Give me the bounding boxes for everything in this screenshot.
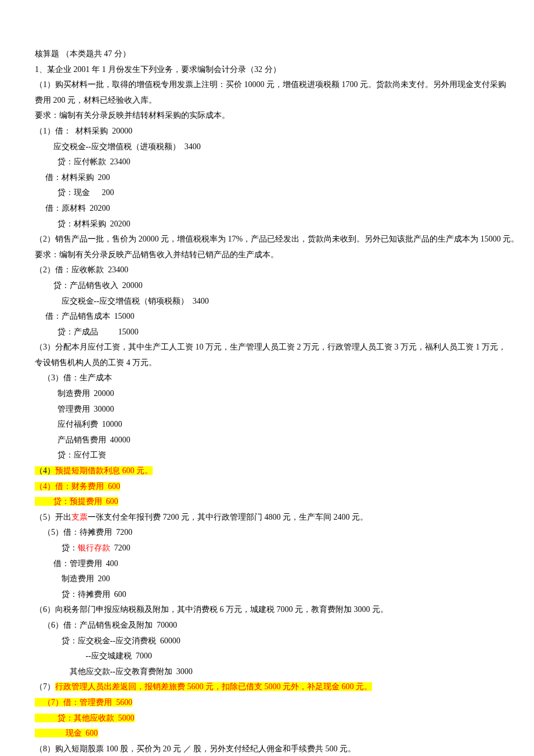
text-segment: 应交税金--应交增值税（进项税额） 3400 bbox=[35, 142, 201, 151]
text-line: 其他应交款--应交教育费附加 3000 bbox=[35, 664, 499, 680]
text-segment: （2）销售产品一批，售价为 20000 元，增值税税率为 17%，产品已经发出，… bbox=[35, 235, 519, 243]
text-segment: （1）借： 材料采购 20000 bbox=[35, 127, 132, 135]
text-segment: 产品销售费用 40000 bbox=[35, 435, 131, 444]
text-segment: 贷：待摊费用 600 bbox=[35, 590, 127, 599]
text-line: 贷：银行存款 7200 bbox=[35, 541, 499, 556]
text-segment: 支票 bbox=[71, 513, 88, 521]
text-line: 制造费用 200 bbox=[35, 571, 499, 587]
text-segment: 贷：现金 200 bbox=[35, 188, 114, 197]
text-segment: 应交税金--应交增值税（销项税额） 3400 bbox=[35, 297, 209, 305]
text-line: 借：产品销售成本 15000 bbox=[35, 309, 499, 325]
text-line: （6）向税务部门申报应纳税额及附加，其中消费税 6 万元，城建税 7000 元，… bbox=[35, 602, 499, 618]
text-line: 要求：编制有关分录反映产品销售收入并结转已销产品的生产成本。 bbox=[35, 247, 499, 263]
text-line: （3）借：生产成本 bbox=[35, 370, 499, 386]
text-line: 产品销售费用 40000 bbox=[35, 433, 499, 448]
text-line: （6）借：产品销售税金及附加 70000 bbox=[35, 618, 499, 633]
text-line: （1）借： 材料采购 20000 bbox=[35, 124, 499, 139]
text-line: 贷：现金 200 bbox=[35, 185, 499, 201]
text-segment: （5）借：待摊费用 7200 bbox=[35, 528, 132, 537]
document-body: 核算题 （本类题共 47 分）1、某企业 2001 年 1 月份发生下列业务，要… bbox=[35, 46, 499, 756]
text-segment: 现金 600 bbox=[35, 729, 98, 737]
text-line: 核算题 （本类题共 47 分） bbox=[35, 46, 499, 62]
text-line: （7）借：管理费用 5600 bbox=[35, 695, 499, 711]
text-line: （7）行政管理人员出差返回，报销差旅费 5600 元，扣除已借支 5000 元外… bbox=[35, 679, 499, 695]
text-segment: 管理费用 30000 bbox=[35, 405, 114, 413]
text-line: 制造费用 20000 bbox=[35, 386, 499, 402]
text-line: 贷：产品销售收入 20000 bbox=[35, 278, 499, 294]
text-segment: 借：管理费用 400 bbox=[35, 559, 118, 568]
text-line: 现金 600 bbox=[35, 726, 499, 741]
text-segment: 预提短期借款利息 600 元。 bbox=[55, 466, 153, 475]
text-line: 费用 200 元，材料已经验收入库。 bbox=[35, 93, 499, 109]
text-segment: 贷：应付工资 bbox=[35, 451, 106, 459]
text-segment: 一张支付全年报刊费 7200 元，其中行政管理部门 4800 元，生产车间 24… bbox=[88, 513, 368, 521]
text-segment: （3）分配本月应付工资，其中生产工人工资 10 万元，生产管理人员工资 2 万元… bbox=[35, 343, 506, 351]
text-segment: 借：原材料 20200 bbox=[35, 204, 110, 213]
text-segment: 专设销售机构人员的工资 4 万元。 bbox=[35, 358, 157, 367]
text-line: 贷：待摊费用 600 bbox=[35, 587, 499, 603]
text-segment: 贷：产成品 15000 bbox=[35, 327, 139, 336]
text-line: 贷：应交税金--应交消费税 60000 bbox=[35, 633, 499, 649]
text-segment: 其他应交款--应交教育费附加 3000 bbox=[35, 667, 193, 676]
text-segment: （1）购买材料一批，取得的增值税专用发票上注明：买价 10000 元，增值税进项… bbox=[35, 80, 506, 89]
text-line: （4）预提短期借款利息 600 元。 bbox=[35, 463, 499, 479]
text-line: 管理费用 30000 bbox=[35, 402, 499, 417]
text-line: （2）销售产品一批，售价为 20000 元，增值税税率为 17%，产品已经发出，… bbox=[35, 232, 499, 247]
text-segment: （7） bbox=[35, 682, 55, 691]
text-line: （1）购买材料一批，取得的增值税专用发票上注明：买价 10000 元，增值税进项… bbox=[35, 77, 499, 93]
text-segment: 应付福利费 10000 bbox=[35, 420, 122, 429]
text-segment: 1、某企业 2001 年 1 月份发生下列业务，要求编制会计分录（32 分） bbox=[35, 65, 281, 74]
text-segment: （7）借：管理费用 5600 bbox=[35, 698, 132, 707]
text-line: 借：原材料 20200 bbox=[35, 201, 499, 217]
text-line: （2）借：应收帐款 23400 bbox=[35, 262, 499, 278]
text-segment: 要求：编制有关分录反映并结转材料采购的实际成本。 bbox=[35, 111, 230, 120]
text-line: （3）分配本月应付工资，其中生产工人工资 10 万元，生产管理人员工资 2 万元… bbox=[35, 340, 499, 355]
text-segment: 贷：预提费用 600 bbox=[35, 497, 118, 506]
text-line: （8）购入短期股票 100 股，买价为 20 元 ／ 股，另外支付经纪人佣金和手… bbox=[35, 741, 499, 756]
text-line: 贷：应付帐款 23400 bbox=[35, 154, 499, 170]
text-line: 专设销售机构人员的工资 4 万元。 bbox=[35, 355, 499, 371]
text-line: 借：材料采购 200 bbox=[35, 170, 499, 186]
text-segment: （6）借：产品销售税金及附加 70000 bbox=[35, 621, 177, 629]
text-line: 要求：编制有关分录反映并结转材料采购的实际成本。 bbox=[35, 108, 499, 124]
text-segment: --应交城建税 7000 bbox=[35, 651, 152, 660]
text-segment: 制造费用 20000 bbox=[35, 389, 114, 398]
text-line: 贷：材料采购 20200 bbox=[35, 217, 499, 232]
text-segment: 制造费用 200 bbox=[35, 574, 110, 583]
text-segment: 贷：应付帐款 23400 bbox=[35, 157, 131, 166]
text-segment: （6）向税务部门申报应纳税额及附加，其中消费税 6 万元，城建税 7000 元，… bbox=[35, 605, 388, 614]
text-segment: （8）购入短期股票 100 股，买价为 20 元 ／ 股，另外支付经纪人佣金和手… bbox=[35, 744, 356, 753]
text-segment: 费用 200 元，材料已经验收入库。 bbox=[35, 96, 157, 105]
text-segment: （3）借：生产成本 bbox=[35, 373, 112, 382]
text-segment: （4）借：财务费用 600 bbox=[35, 482, 120, 491]
text-line: 应付福利费 10000 bbox=[35, 417, 499, 433]
text-segment: 贷：产品销售收入 20000 bbox=[35, 281, 143, 290]
text-line: （5）借：待摊费用 7200 bbox=[35, 525, 499, 541]
text-line: --应交城建税 7000 bbox=[35, 649, 499, 664]
text-line: 贷：其他应收款 5000 bbox=[35, 711, 499, 726]
text-line: 借：管理费用 400 bbox=[35, 556, 499, 572]
text-line: 应交税金--应交增值税（进项税额） 3400 bbox=[35, 139, 499, 155]
text-line: 贷：产成品 15000 bbox=[35, 325, 499, 340]
text-segment: 7200 bbox=[110, 543, 131, 552]
text-line: 1、某企业 2001 年 1 月份发生下列业务，要求编制会计分录（32 分） bbox=[35, 62, 499, 78]
text-segment: 借：产品销售成本 15000 bbox=[35, 312, 135, 321]
text-segment: 借：材料采购 200 bbox=[35, 173, 110, 182]
text-segment: 贷：材料采购 20200 bbox=[35, 219, 131, 228]
text-segment: 核算题 （本类题共 47 分） bbox=[35, 49, 131, 58]
text-line: （5）开出支票一张支付全年报刊费 7200 元，其中行政管理部门 4800 元，… bbox=[35, 510, 499, 525]
text-segment: 要求：编制有关分录反映产品销售收入并结转已销产品的生产成本。 bbox=[35, 250, 279, 259]
text-segment: 银行存款 bbox=[78, 543, 110, 552]
text-line: 应交税金--应交增值税（销项税额） 3400 bbox=[35, 294, 499, 309]
text-segment: 贷： bbox=[35, 543, 78, 552]
text-line: 贷：应付工资 bbox=[35, 448, 499, 463]
text-segment: （2）借：应收帐款 23400 bbox=[35, 265, 128, 274]
text-line: （4）借：财务费用 600 bbox=[35, 479, 499, 495]
text-segment: （5）开出 bbox=[35, 513, 71, 521]
text-line: 贷：预提费用 600 bbox=[35, 494, 499, 510]
text-segment: （4） bbox=[35, 466, 55, 475]
text-segment: 行政管理人员出差返回，报销差旅费 5600 元，扣除已借支 5000 元外，补足… bbox=[55, 682, 372, 691]
text-segment: 贷：应交税金--应交消费税 60000 bbox=[35, 636, 181, 645]
text-segment: 贷：其他应收款 5000 bbox=[35, 714, 135, 722]
